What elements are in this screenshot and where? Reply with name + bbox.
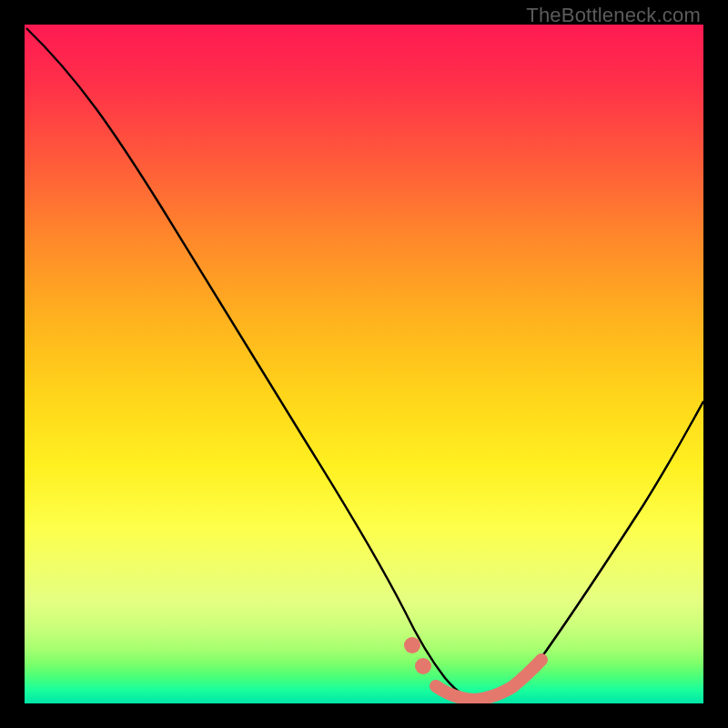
highlight-dot-1 xyxy=(404,637,420,653)
bottleneck-curve-right-thin xyxy=(540,401,703,660)
chart-frame xyxy=(25,25,703,703)
chart-svg xyxy=(25,25,703,703)
watermark-text: TheBottleneck.com xyxy=(526,4,701,27)
highlight-dot-2 xyxy=(415,658,431,674)
optimal-range-highlight xyxy=(436,660,541,700)
bottleneck-curve xyxy=(26,28,703,699)
